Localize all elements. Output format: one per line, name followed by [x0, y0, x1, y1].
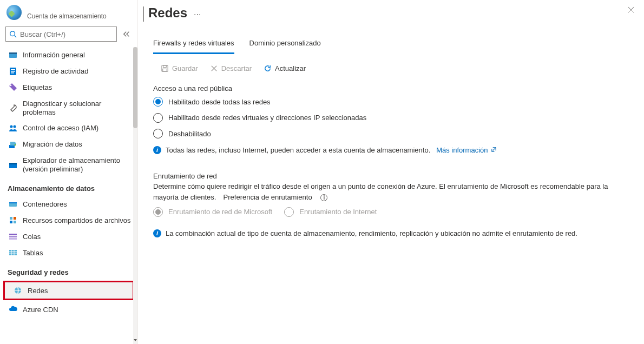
storage-explorer-icon	[9, 161, 17, 169]
routing-pref-label: Preferencia de enrutamiento	[224, 192, 312, 203]
search-input[interactable]	[20, 30, 113, 38]
public-access-info: Todas las redes, incluso Internet, puede…	[166, 145, 497, 156]
tab-custom-domain[interactable]: Dominio personalizado	[249, 39, 321, 54]
svg-rect-20	[9, 234, 17, 235]
nav-label: Control de acceso (IAM)	[23, 124, 131, 133]
radio-enabled-selected-label: Habilitado desde redes virtuales y direc…	[168, 113, 366, 123]
header-divider	[143, 6, 144, 22]
queues-icon	[9, 232, 17, 241]
tab-firewalls[interactable]: Firewalls y redes virtuales	[153, 39, 234, 54]
nav-overview[interactable]: Información general	[0, 47, 137, 63]
save-icon	[161, 64, 169, 72]
search-icon	[9, 30, 17, 38]
nav-file-shares[interactable]: Recursos compartidos de archivos	[0, 212, 137, 228]
radio-enabled-selected[interactable]	[153, 113, 163, 123]
nav-label: Diagnosticar y solucionar problemas	[23, 100, 131, 116]
sidebar-search[interactable]	[5, 27, 117, 42]
collapse-sidebar-button[interactable]	[121, 29, 132, 39]
refresh-label: Actualizar	[275, 64, 306, 72]
containers-icon	[9, 200, 17, 208]
nav-label: Migración de datos	[23, 140, 131, 149]
radio-enabled-all[interactable]	[153, 97, 163, 107]
radio-internet-routing	[284, 207, 294, 217]
nav-section-data-storage: Almacenamiento de datos	[0, 177, 137, 196]
discard-icon	[210, 64, 218, 72]
more-info-link[interactable]: Más información	[436, 146, 497, 154]
info-icon: i	[153, 146, 161, 154]
discard-label: Descartar	[221, 64, 252, 72]
nav-containers[interactable]: Contenedores	[0, 196, 137, 212]
svg-rect-32	[163, 65, 167, 68]
svg-rect-7	[11, 72, 14, 74]
nav-label: Recursos compartidos de archivos	[23, 216, 131, 225]
page-title: Redes	[148, 5, 187, 21]
sidebar: Cuenta de almacenamiento Información gen…	[0, 0, 138, 344]
svg-point-0	[10, 31, 15, 36]
svg-rect-3	[9, 52, 17, 54]
nav-label: Etiquetas	[23, 83, 131, 92]
nav-label: Azure CDN	[23, 306, 131, 314]
sidebar-subtitle: Cuenta de almacenamiento	[27, 12, 107, 20]
close-button[interactable]	[626, 4, 636, 15]
tab-row: Firewalls y redes virtuales Dominio pers…	[138, 24, 644, 55]
nav-label: Información general	[23, 51, 131, 59]
svg-rect-5	[11, 69, 15, 70]
sidebar-scrollbar-track[interactable]	[133, 47, 137, 344]
storage-account-icon	[6, 5, 22, 20]
nav-azure-cdn[interactable]: Azure CDN	[0, 301, 137, 317]
refresh-button[interactable]: Actualizar	[264, 64, 306, 72]
svg-rect-15	[9, 202, 17, 203]
info-icon: i	[153, 229, 161, 237]
svg-rect-16	[10, 217, 12, 220]
more-info-link-text: Más información	[436, 146, 488, 154]
info-tooltip-icon[interactable]: i	[320, 194, 327, 201]
svg-rect-23	[9, 250, 17, 255]
overview-icon	[9, 51, 17, 59]
nav-label: Colas	[23, 233, 131, 241]
scroll-down-icon[interactable]	[133, 336, 137, 344]
nav-section-security: Seguridad y redes	[0, 261, 137, 280]
sidebar-scrollbar-thumb[interactable]	[133, 47, 137, 128]
save-button[interactable]: Guardar	[161, 64, 198, 72]
nav-label: Registro de actividad	[23, 67, 131, 76]
cdn-icon	[9, 305, 17, 314]
svg-rect-6	[11, 71, 15, 72]
tables-icon	[9, 248, 17, 257]
radio-disabled[interactable]	[153, 129, 163, 138]
people-icon	[9, 124, 17, 133]
routing-heading: Enrutamiento de red	[153, 171, 635, 182]
nav-data-migration[interactable]: Migración de datos	[0, 136, 137, 153]
toolbar: Guardar Descartar Actualizar	[138, 55, 644, 80]
svg-rect-33	[163, 69, 167, 71]
nav-label: Explorador de almacenamiento (versión pr…	[23, 156, 131, 173]
svg-rect-18	[10, 221, 12, 223]
svg-rect-22	[9, 238, 17, 240]
nav-storage-explorer[interactable]: Explorador de almacenamiento (versión pr…	[0, 153, 137, 177]
svg-rect-21	[9, 236, 17, 237]
nav-queues[interactable]: Colas	[0, 228, 137, 244]
nav-access-control[interactable]: Control de acceso (IAM)	[0, 120, 137, 136]
routing-info-text: La combinación actual de tipo de cuenta …	[166, 228, 577, 239]
nav-tables[interactable]: Tablas	[0, 244, 137, 261]
nav-label: Redes	[28, 287, 126, 295]
tags-icon	[9, 83, 17, 92]
radio-ms-routing-label: Enrutamiento de red de Microsoft	[168, 207, 272, 217]
nav-networking[interactable]: Redes	[5, 282, 133, 299]
highlight-box-redes: Redes	[3, 281, 134, 300]
networking-icon	[14, 286, 22, 295]
radio-disabled-label: Deshabilitado	[168, 129, 211, 140]
main-content: Redes ··· Firewalls y redes virtuales Do…	[138, 0, 644, 344]
main-header: Redes ···	[138, 0, 644, 24]
nav-tags[interactable]: Etiquetas	[0, 80, 137, 96]
more-actions-button[interactable]: ···	[194, 10, 201, 19]
wrench-icon	[9, 104, 17, 113]
nav-activity-log[interactable]: Registro de actividad	[0, 63, 137, 80]
save-label: Guardar	[172, 64, 198, 72]
file-shares-icon	[9, 216, 17, 224]
discard-button[interactable]: Descartar	[210, 64, 252, 72]
public-access-heading: Acceso a una red pública	[153, 83, 635, 94]
svg-point-8	[10, 85, 12, 87]
activity-log-icon	[9, 67, 17, 76]
nav-diagnose[interactable]: Diagnosticar y solucionar problemas	[0, 96, 137, 120]
refresh-icon	[264, 64, 272, 72]
